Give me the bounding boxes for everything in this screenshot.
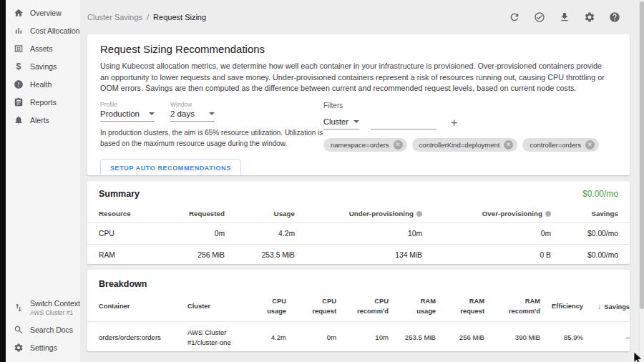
sidebar-item-alerts[interactable]: Alerts — [6, 111, 80, 129]
breakdown-card: Breakdown Container Cluster CPUusage CPU… — [87, 270, 630, 351]
sidebar-item-settings[interactable]: Settings — [6, 338, 80, 356]
breakdown-col-ram-request[interactable]: RAMrequest — [436, 293, 484, 321]
profile-select-value: Production — [100, 109, 140, 118]
help-icon — [609, 11, 620, 23]
sidebar-bottom-group: Switch Context AWS Cluster #1 Search Doc… — [6, 295, 80, 362]
filter-value-input[interactable] — [371, 117, 436, 129]
home-icon — [14, 8, 24, 18]
breakdown-col-cluster[interactable]: Cluster — [187, 293, 242, 321]
sidebar-item-label: Overview — [30, 9, 62, 17]
profile-select[interactable]: Production — [100, 108, 155, 122]
current-context-label: AWS Cluster #1 — [30, 309, 80, 316]
sidebar: Overview Cost Allocation Assets $ Saving… — [6, 0, 80, 362]
sidebar-item-label: Health — [30, 80, 52, 89]
filter-chips: namespace=orders ✕ controllerKind=deploy… — [323, 138, 617, 152]
filters-label: Filters — [323, 102, 617, 109]
reports-icon — [14, 97, 24, 107]
breakdown-col-container[interactable]: Container — [87, 293, 187, 321]
profile-label: Profile — [100, 101, 155, 108]
mouse-cursor — [633, 352, 643, 362]
filter-field-select[interactable]: Cluster — [323, 117, 359, 129]
sort-desc-icon: ↓ — [597, 303, 601, 310]
chip-delete-icon[interactable]: ✕ — [585, 140, 595, 150]
breadcrumb-parent[interactable]: Cluster Savings — [87, 13, 142, 21]
bar-chart-icon — [14, 26, 24, 36]
filter-chip: controller=orders ✕ — [522, 138, 599, 152]
summary-table: Resource Requested Usage Under-provision… — [87, 205, 630, 264]
settings-button[interactable] — [580, 9, 598, 26]
breakdown-col-cpu-request[interactable]: CPUrequest — [286, 293, 336, 321]
setup-auto-recommendations-button[interactable]: SETUP AUTO RECOMMENDATIONS — [100, 159, 241, 175]
summary-header-row: Resource Requested Usage Under-provision… — [87, 205, 630, 223]
sidebar-item-assets[interactable]: Assets — [6, 39, 80, 57]
breakdown-col-savings[interactable]: ↓Savings — [583, 293, 630, 321]
diagnostics-button[interactable] — [530, 9, 548, 26]
sidebar-item-overview[interactable]: Overview — [6, 4, 80, 21]
breakdown-col-ram-usage[interactable]: RAMusage — [389, 293, 436, 321]
page-title: Request Sizing Recommendations — [100, 43, 617, 55]
chip-delete-icon[interactable]: ✕ — [394, 140, 403, 150]
filter-chip-label: controllerKind=deployment — [419, 141, 500, 149]
refresh-icon — [509, 11, 520, 23]
summary-col-requested: Requested — [166, 205, 225, 223]
info-icon[interactable] — [416, 211, 422, 217]
main-content: Cluster Savings / Request Sizing Request… — [80, 0, 639, 362]
bell-icon — [14, 115, 24, 125]
window-select[interactable]: 2 days — [170, 108, 215, 122]
summary-col-savings: Savings — [551, 205, 630, 223]
breakdown-header-row: Container Cluster CPUusage CPUrequest CP… — [87, 293, 630, 321]
search-icon — [14, 325, 24, 335]
chevron-down-icon — [149, 112, 155, 115]
assets-grid-icon — [14, 44, 24, 54]
sidebar-item-label: Switch Context — [30, 299, 80, 308]
chevron-down-icon — [353, 120, 359, 123]
sidebar-item-health[interactable]: Health — [6, 75, 80, 93]
chip-delete-icon[interactable]: ✕ — [504, 140, 513, 150]
controls-row: Profile Production Window 2 days — [100, 101, 617, 175]
gear-icon — [14, 343, 24, 353]
sidebar-item-search-docs[interactable]: Search Docs — [6, 321, 80, 338]
sidebar-item-label: Cost Allocation — [30, 26, 79, 35]
window-label: Window — [170, 101, 215, 108]
scrollbar-track[interactable] — [639, 0, 644, 362]
breakdown-table: Container Cluster CPUusage CPUrequest CP… — [87, 293, 630, 351]
profile-select-group: Profile Production — [100, 101, 155, 122]
info-icon[interactable] — [545, 211, 551, 217]
total-savings-value: $0.00/mo — [582, 189, 618, 199]
summary-row-cpu: CPU 0m 4.2m 10m 0m $0.00/mo — [87, 223, 630, 245]
download-button[interactable] — [555, 9, 573, 26]
dollar-icon: $ — [14, 62, 24, 72]
breakdown-row[interactable]: orders/orders:orders AWS Cluster #1/clus… — [87, 321, 630, 351]
breakdown-title: Breakdown — [99, 279, 147, 289]
breakdown-col-cpu-recommended[interactable]: CPUrecomm'd — [336, 293, 389, 321]
breadcrumb-current: Request Sizing — [153, 13, 206, 21]
breakdown-col-cpu-usage[interactable]: CPUusage — [242, 293, 286, 321]
add-filter-button[interactable]: + — [449, 118, 459, 129]
sidebar-item-reports[interactable]: Reports — [6, 93, 80, 111]
filter-chip-label: namespace=orders — [331, 141, 389, 149]
check-circle-icon — [534, 11, 545, 23]
health-icon — [14, 79, 24, 89]
chevron-down-icon — [209, 112, 215, 115]
breakdown-col-efficiency[interactable]: Efficiency — [540, 293, 583, 321]
help-button[interactable] — [605, 9, 623, 26]
topbar-actions — [505, 9, 623, 26]
gear-icon — [584, 11, 595, 23]
summary-col-over-provisioning: Over-provisioning — [422, 205, 551, 223]
sidebar-item-savings[interactable]: $ Savings — [6, 57, 80, 75]
summary-title: Summary — [99, 189, 140, 199]
controls-left: Profile Production Window 2 days — [100, 101, 323, 175]
sidebar-item-label: Alerts — [30, 116, 49, 124]
filter-field-value: Cluster — [323, 117, 348, 126]
summary-col-resource: Resource — [87, 205, 166, 223]
filter-chip: namespace=orders ✕ — [323, 138, 407, 152]
sidebar-item-label: Assets — [30, 44, 53, 53]
window-select-group: Window 2 days — [170, 101, 215, 122]
sidebar-item-cost-allocation[interactable]: Cost Allocation — [6, 21, 80, 39]
sidebar-spacer — [6, 129, 80, 295]
scrollbar-thumb[interactable] — [640, 1, 644, 309]
sidebar-item-switch-context[interactable]: Switch Context AWS Cluster #1 — [6, 295, 80, 321]
breakdown-col-ram-recommended[interactable]: RAMrecomm'd — [484, 293, 540, 321]
sidebar-item-label: Savings — [30, 62, 57, 71]
refresh-button[interactable] — [505, 9, 523, 26]
